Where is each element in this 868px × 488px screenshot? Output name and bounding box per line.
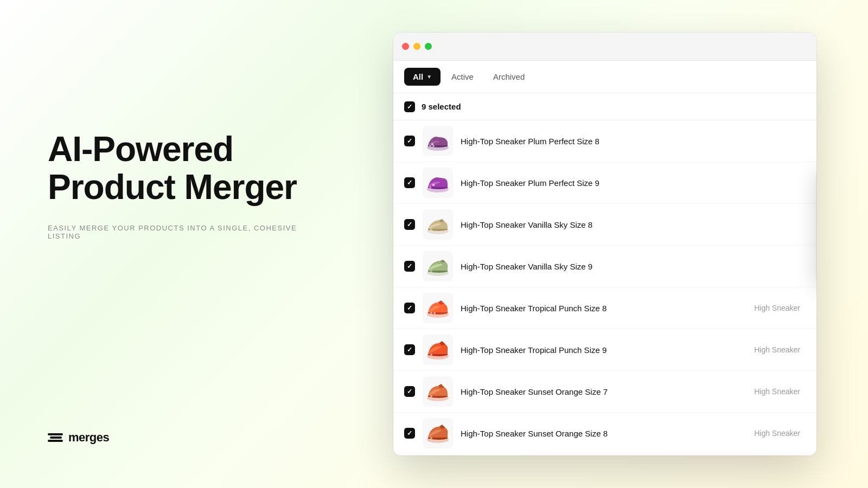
subheadline: EASILY MERGE YOUR PRODUCTS INTO A SINGLE… bbox=[48, 224, 331, 240]
svg-point-13 bbox=[433, 312, 436, 314]
sneaker-image-3 bbox=[424, 210, 452, 239]
row-checkbox-7[interactable] bbox=[404, 386, 415, 397]
table-row: High-Top Sneaker Sunset Orange Size 8 Hi… bbox=[393, 413, 816, 454]
product-thumbnail-3 bbox=[423, 209, 453, 240]
table-row: High-Top Sneaker Sunset Orange Size 7 Hi… bbox=[393, 371, 816, 413]
headline-line2: Product Merger bbox=[48, 168, 297, 207]
row-checkbox-1[interactable] bbox=[404, 136, 415, 146]
tab-archived-label: Archived bbox=[493, 72, 525, 81]
product-name-1: High-Top Sneaker Plum Perfect Size 8 bbox=[461, 137, 793, 146]
logo-line-2 bbox=[50, 436, 62, 439]
row-checkbox-6[interactable] bbox=[404, 344, 415, 355]
row-checkbox-5[interactable] bbox=[404, 303, 415, 313]
sneaker-image-1 bbox=[424, 127, 452, 155]
product-thumbnail-2 bbox=[423, 168, 453, 198]
row-checkbox-2[interactable] bbox=[404, 177, 415, 188]
row-checkbox-4[interactable] bbox=[404, 261, 415, 272]
product-name-2: High-Top Sneaker Plum Perfect Size 9 bbox=[461, 178, 793, 188]
hero-content: AI-Powered Product Merger EASILY MERGE Y… bbox=[48, 130, 331, 240]
product-type-7: High Sneaker bbox=[754, 387, 806, 396]
tab-active[interactable]: Active bbox=[443, 68, 482, 86]
table-row: High-Top Sneaker Plum Perfect Size 9 bbox=[393, 162, 816, 204]
product-name-4: High-Top Sneaker Vanilla Sky Size 9 bbox=[461, 262, 793, 271]
logo-line-3 bbox=[48, 440, 63, 442]
logo-line-1 bbox=[48, 433, 63, 435]
product-thumbnail-7 bbox=[423, 376, 453, 407]
product-name-5: High-Top Sneaker Tropical Punch Size 8 bbox=[461, 304, 746, 313]
app-window: All ▼ Active Archived 9 selected bbox=[393, 33, 816, 455]
product-type-6: High Sneaker bbox=[754, 345, 806, 354]
title-bar bbox=[393, 33, 816, 61]
table-row: High-Top Sneaker Tropical Punch Size 9 H… bbox=[393, 329, 816, 371]
sneaker-image-2 bbox=[424, 169, 452, 197]
tab-all[interactable]: All ▼ bbox=[404, 68, 441, 86]
product-thumbnail-4 bbox=[423, 251, 453, 281]
product-name-6: High-Top Sneaker Tropical Punch Size 9 bbox=[461, 345, 746, 355]
product-name-7: High-Top Sneaker Sunset Orange Size 7 bbox=[461, 387, 746, 396]
product-thumbnail-5 bbox=[423, 293, 453, 323]
chevron-down-icon: ▼ bbox=[426, 74, 432, 80]
sneaker-image-8 bbox=[424, 419, 452, 447]
svg-point-3 bbox=[432, 145, 435, 147]
svg-point-8 bbox=[430, 228, 432, 230]
tab-archived[interactable]: Archived bbox=[484, 68, 533, 86]
tab-all-label: All bbox=[413, 72, 423, 81]
product-thumbnail-8 bbox=[423, 418, 453, 448]
product-list: High-Top Sneaker Plum Perfect Size 8 bbox=[393, 120, 816, 455]
svg-point-15 bbox=[430, 354, 432, 356]
svg-point-19 bbox=[430, 437, 432, 439]
close-button[interactable] bbox=[402, 43, 409, 50]
product-type-8: High Sneaker bbox=[754, 429, 806, 438]
svg-point-12 bbox=[430, 312, 432, 314]
tab-bar: All ▼ Active Archived bbox=[393, 61, 816, 93]
row-checkbox-8[interactable] bbox=[404, 428, 415, 439]
table-row: High-Top Sneaker Tropical Punch Size 8 H… bbox=[393, 287, 816, 329]
svg-rect-5 bbox=[432, 184, 435, 186]
sneaker-image-7 bbox=[424, 377, 452, 406]
svg-point-2 bbox=[429, 145, 431, 147]
svg-point-10 bbox=[430, 270, 432, 272]
product-name-3: High-Top Sneaker Vanilla Sky Size 8 bbox=[461, 220, 793, 229]
table-row: High-Top Sneaker Vanilla Sky Size 9 bbox=[393, 246, 816, 287]
select-all-checkbox[interactable] bbox=[404, 101, 415, 112]
minimize-button[interactable] bbox=[413, 43, 420, 50]
svg-point-6 bbox=[429, 187, 431, 189]
row-checkbox-3[interactable] bbox=[404, 219, 415, 230]
sneaker-image-4 bbox=[424, 252, 452, 280]
logo-text: merges bbox=[68, 431, 109, 445]
svg-point-17 bbox=[430, 395, 432, 397]
product-thumbnail-1 bbox=[423, 126, 453, 156]
logo-icon bbox=[48, 433, 63, 442]
table-row: High-Top Sneaker Plum Perfect Size 8 bbox=[393, 120, 816, 162]
logo-area: merges bbox=[48, 431, 331, 445]
left-panel: AI-Powered Product Merger EASILY MERGE Y… bbox=[0, 0, 363, 488]
table-row: High-Top Sneaker Sunset Orange Size 9 Hi… bbox=[393, 454, 816, 455]
svg-rect-1 bbox=[431, 143, 433, 145]
selection-bar: 9 selected bbox=[393, 93, 816, 120]
sneaker-image-6 bbox=[424, 336, 452, 364]
headline-line1: AI-Powered bbox=[48, 130, 233, 169]
sneaker-image-5 bbox=[424, 294, 452, 322]
product-thumbnail-6 bbox=[423, 335, 453, 365]
maximize-button[interactable] bbox=[425, 43, 432, 50]
right-panel: All ▼ Active Archived 9 selected bbox=[363, 0, 868, 488]
selected-count: 9 selected bbox=[422, 102, 461, 111]
table-row: High-Top Sneaker Vanilla Sky Size 8 bbox=[393, 204, 816, 246]
tab-active-label: Active bbox=[451, 72, 474, 81]
headline: AI-Powered Product Merger bbox=[48, 130, 331, 207]
product-type-5: High Sneaker bbox=[754, 304, 806, 312]
product-name-8: High-Top Sneaker Sunset Orange Size 8 bbox=[461, 429, 746, 438]
window-controls bbox=[402, 43, 432, 50]
